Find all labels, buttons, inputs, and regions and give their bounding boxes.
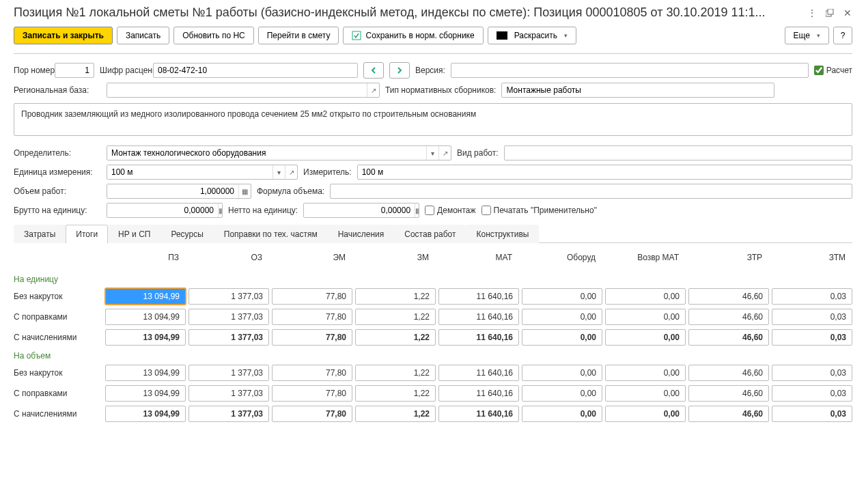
cell[interactable]: 0,03 (772, 365, 852, 381)
detach-icon[interactable] (825, 8, 835, 18)
save-close-button[interactable]: Записать и закрыть (14, 27, 113, 44)
calculator-icon[interactable]: ▦ (218, 204, 223, 217)
cell[interactable]: 0,00 (522, 329, 602, 346)
normtype-input[interactable] (501, 83, 774, 98)
cell[interactable]: 11 640,16 (438, 309, 519, 325)
calculator-icon[interactable]: ▦ (415, 204, 419, 217)
colorize-button[interactable]: Раскрасить ▾ (488, 27, 576, 44)
cell[interactable]: 1,22 (355, 385, 436, 402)
cell[interactable]: 0,00 (605, 288, 686, 305)
cell[interactable]: 0,00 (522, 288, 602, 305)
tab-4[interactable]: Поправки по тех. частям (214, 225, 328, 243)
cell[interactable]: 13 094,99 (105, 385, 186, 402)
goto-estimate-button[interactable]: Перейти в смету (258, 27, 339, 44)
cell[interactable]: 1,22 (355, 288, 436, 305)
cell[interactable]: 46,60 (688, 406, 769, 422)
cell[interactable]: 0,00 (522, 385, 602, 402)
cell[interactable]: 1,22 (355, 406, 436, 422)
cell[interactable]: 0,00 (605, 406, 686, 422)
cell[interactable]: 0,03 (772, 406, 852, 422)
cell[interactable]: 46,60 (688, 309, 769, 325)
help-button[interactable]: ? (833, 27, 852, 44)
measurer-input[interactable] (357, 165, 852, 180)
cell[interactable]: 0,00 (605, 329, 686, 346)
cell[interactable]: 46,60 (688, 288, 769, 305)
determiner-input[interactable] (107, 146, 426, 160)
cell[interactable]: 0,00 (522, 309, 602, 325)
por-input[interactable] (55, 63, 94, 78)
cell[interactable]: 13 094,99 (105, 329, 186, 346)
update-ns-button[interactable]: Обновить по НС (173, 27, 254, 44)
calc-checkbox-wrap[interactable]: Расчет (814, 66, 852, 75)
cell[interactable]: 0,00 (605, 385, 686, 402)
cell[interactable]: 11 640,16 (438, 288, 519, 305)
open-ref-icon[interactable]: ↗ (367, 83, 379, 97)
print-appl-checkbox[interactable] (481, 206, 491, 215)
regbase-input[interactable] (107, 83, 367, 97)
brutto-input-wrap[interactable]: ▦ (107, 203, 223, 218)
regbase-input-wrap[interactable]: ↗ (107, 83, 380, 98)
cell[interactable]: 1,22 (355, 309, 436, 325)
cell[interactable]: 11 640,16 (438, 365, 519, 381)
code-input[interactable] (153, 63, 358, 78)
version-input[interactable] (451, 63, 809, 78)
calc-checkbox[interactable] (814, 66, 824, 75)
cell[interactable]: 0,03 (772, 385, 852, 402)
cell[interactable]: 46,60 (688, 329, 769, 346)
cell[interactable]: 1 377,03 (188, 406, 269, 422)
determiner-input-wrap[interactable]: ▾ ↗ (107, 145, 451, 160)
cell[interactable]: 46,60 (688, 365, 769, 381)
cell[interactable]: 0,00 (522, 406, 602, 422)
worktype-input[interactable] (504, 145, 852, 160)
cell[interactable]: 13 094,99 (105, 406, 186, 422)
cell[interactable]: 0,00 (605, 365, 686, 381)
tab-0[interactable]: Затраты (14, 225, 66, 243)
unit-input[interactable] (107, 165, 273, 179)
cell[interactable]: 77,80 (272, 309, 352, 325)
chevron-down-icon[interactable]: ▾ (273, 165, 285, 179)
cell[interactable]: 0,00 (522, 365, 602, 381)
cell[interactable]: 77,80 (272, 406, 352, 422)
cell[interactable]: 77,80 (272, 365, 352, 381)
calculator-icon[interactable]: ▦ (238, 184, 251, 198)
cell[interactable]: 13 094,99 (105, 288, 186, 305)
tab-6[interactable]: Состав работ (394, 225, 466, 243)
dismantle-checkbox[interactable] (425, 206, 434, 215)
cell[interactable]: 0,00 (605, 309, 686, 325)
cell[interactable]: 77,80 (272, 288, 352, 305)
cell[interactable]: 0,03 (772, 288, 852, 305)
cell[interactable]: 77,80 (272, 329, 352, 346)
more-menu-icon[interactable]: ⋮ (807, 8, 817, 18)
save-button[interactable]: Записать (117, 27, 169, 44)
description-box[interactable]: Проводник заземляющий из медного изолиро… (14, 103, 852, 136)
cell[interactable]: 11 640,16 (438, 406, 519, 422)
cell[interactable]: 1 377,03 (188, 309, 269, 325)
netto-input[interactable] (304, 204, 415, 217)
save-norm-button[interactable]: Сохранить в норм. сборнике (343, 27, 483, 44)
cell[interactable]: 1 377,03 (188, 385, 269, 402)
tab-5[interactable]: Начисления (328, 225, 395, 243)
unit-input-wrap[interactable]: ▾ ↗ (107, 165, 298, 180)
volume-input-wrap[interactable]: ▦ (107, 184, 251, 199)
print-appl-checkbox-wrap[interactable]: Печатать "Применительно" (481, 206, 597, 215)
cell[interactable]: 13 094,99 (105, 365, 186, 381)
tab-3[interactable]: Ресурсы (160, 225, 213, 243)
cell[interactable]: 13 094,99 (105, 309, 186, 325)
open-ref-icon[interactable]: ↗ (285, 165, 297, 179)
close-icon[interactable]: ✕ (843, 8, 852, 18)
formula-input[interactable] (330, 184, 852, 199)
brutto-input[interactable] (107, 204, 218, 217)
more-button[interactable]: Еще ▾ (785, 27, 829, 44)
cell[interactable]: 1,22 (355, 329, 436, 346)
volume-input[interactable] (107, 184, 238, 198)
open-ref-icon[interactable]: ↗ (438, 146, 451, 160)
tab-7[interactable]: Конструктивы (466, 225, 539, 243)
nav-next-button[interactable] (389, 62, 410, 79)
dismantle-checkbox-wrap[interactable]: Демонтаж (425, 206, 475, 215)
cell[interactable]: 11 640,16 (438, 385, 519, 402)
cell[interactable]: 1,22 (355, 365, 436, 381)
cell[interactable]: 46,60 (688, 385, 769, 402)
nav-prev-button[interactable] (363, 62, 384, 79)
cell[interactable]: 1 377,03 (188, 365, 269, 381)
netto-input-wrap[interactable]: ▦ (303, 203, 419, 218)
